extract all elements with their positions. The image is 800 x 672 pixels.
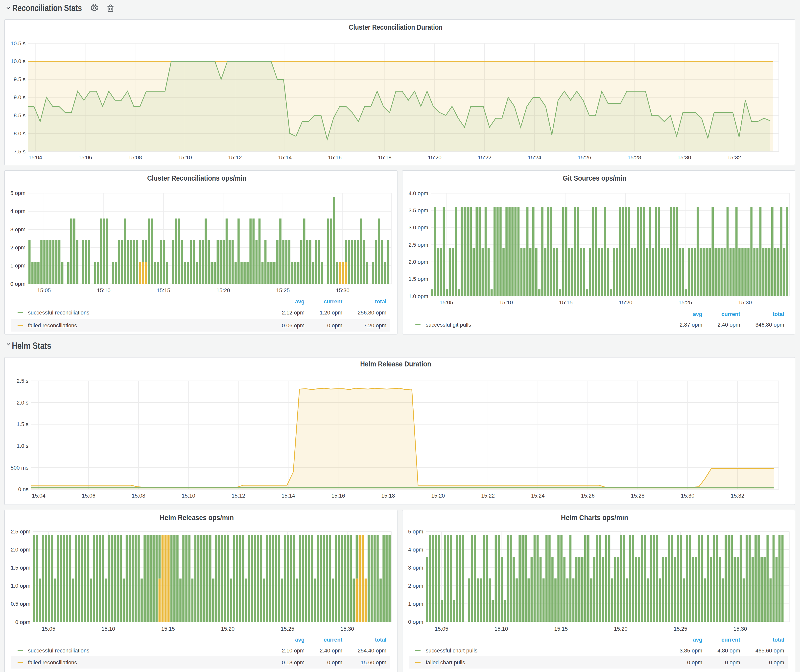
svg-text:15:16: 15:16 — [328, 154, 342, 161]
svg-text:2.40 opm: 2.40 opm — [320, 648, 342, 654]
svg-text:15:30: 15:30 — [733, 626, 747, 632]
svg-text:15:06: 15:06 — [82, 493, 96, 499]
svg-text:15:28: 15:28 — [631, 493, 645, 499]
svg-text:4.0 opm: 4.0 opm — [409, 190, 429, 197]
svg-text:15:20: 15:20 — [614, 626, 627, 632]
svg-text:1 opm: 1 opm — [408, 601, 423, 607]
svg-text:465.60 opm: 465.60 opm — [755, 648, 784, 654]
svg-text:1.0 opm: 1.0 opm — [409, 293, 429, 299]
svg-text:2 opm: 2 opm — [408, 583, 423, 589]
svg-text:2.5 opm: 2.5 opm — [11, 528, 31, 535]
svg-text:Helm Charts ops/min: Helm Charts ops/min — [561, 514, 628, 522]
svg-text:15:20: 15:20 — [431, 493, 445, 499]
svg-text:0 opm: 0 opm — [327, 659, 342, 666]
svg-text:15:30: 15:30 — [341, 626, 354, 632]
svg-text:15:12: 15:12 — [228, 154, 242, 161]
svg-text:total: total — [773, 311, 784, 317]
svg-text:15:05: 15:05 — [435, 626, 448, 632]
svg-text:9.5 s: 9.5 s — [14, 76, 26, 82]
svg-text:5 opm: 5 opm — [10, 190, 26, 196]
svg-text:254.40 opm: 254.40 opm — [358, 648, 386, 654]
svg-text:4 opm: 4 opm — [10, 208, 26, 214]
svg-text:1.0 s: 1.0 s — [17, 443, 29, 449]
svg-text:0 opm: 0 opm — [725, 659, 740, 666]
svg-text:15:14: 15:14 — [282, 493, 295, 499]
svg-text:2.40 opm: 2.40 opm — [717, 322, 740, 328]
svg-text:0 opm: 0 opm — [15, 619, 30, 625]
svg-text:15:26: 15:26 — [578, 154, 591, 161]
svg-text:15:20: 15:20 — [221, 626, 235, 632]
svg-text:current: current — [722, 311, 740, 317]
svg-text:successful reconciliations: successful reconciliations — [28, 648, 89, 654]
svg-text:15:05: 15:05 — [37, 287, 51, 293]
svg-text:0 opm: 0 opm — [327, 322, 342, 329]
svg-text:0.5 opm: 0.5 opm — [11, 601, 31, 607]
svg-text:2.87 opm: 2.87 opm — [680, 322, 702, 328]
svg-text:15:32: 15:32 — [727, 154, 741, 161]
svg-text:7.20 opm: 7.20 opm — [364, 322, 386, 329]
svg-text:2 opm: 2 opm — [10, 245, 26, 251]
svg-text:15:18: 15:18 — [378, 154, 392, 161]
svg-text:2.0 opm: 2.0 opm — [11, 547, 31, 553]
svg-text:8.0 s: 8.0 s — [14, 130, 26, 137]
svg-text:15:24: 15:24 — [531, 493, 545, 499]
svg-text:15:12: 15:12 — [232, 493, 245, 499]
svg-text:1 opm: 1 opm — [10, 262, 26, 269]
svg-text:avg: avg — [693, 311, 702, 317]
svg-text:15:25: 15:25 — [281, 626, 294, 632]
svg-text:Reconciliation Stats: Reconciliation Stats — [12, 3, 82, 13]
svg-text:avg: avg — [295, 298, 304, 305]
svg-text:total: total — [375, 637, 386, 643]
svg-text:15:28: 15:28 — [627, 154, 641, 161]
svg-text:2.12 opm: 2.12 opm — [282, 310, 304, 316]
svg-text:15:10: 15:10 — [178, 154, 192, 161]
svg-text:15:30: 15:30 — [336, 287, 350, 293]
svg-text:15:05: 15:05 — [42, 626, 55, 632]
svg-text:total: total — [375, 298, 386, 305]
svg-text:15:15: 15:15 — [157, 287, 170, 293]
svg-text:0.13 opm: 0.13 opm — [282, 659, 304, 666]
svg-text:0 opm: 0 opm — [10, 281, 26, 287]
svg-text:0 opm: 0 opm — [769, 659, 784, 666]
svg-text:15:18: 15:18 — [381, 493, 395, 499]
svg-text:346.80 opm: 346.80 opm — [755, 322, 784, 328]
svg-text:7.5 s: 7.5 s — [14, 149, 26, 155]
svg-text:4 opm: 4 opm — [408, 547, 423, 553]
svg-text:Git Sources ops/min: Git Sources ops/min — [563, 174, 626, 182]
svg-text:2.5 s: 2.5 s — [17, 378, 29, 384]
svg-text:15:15: 15:15 — [161, 626, 175, 632]
svg-text:Cluster Reconciliations ops/mi: Cluster Reconciliations ops/min — [147, 174, 246, 182]
svg-text:3.85 opm: 3.85 opm — [680, 648, 702, 654]
svg-text:2.0 s: 2.0 s — [17, 400, 29, 406]
svg-text:3 opm: 3 opm — [408, 565, 423, 571]
svg-text:15:25: 15:25 — [674, 626, 687, 632]
svg-text:3 opm: 3 opm — [10, 226, 26, 233]
svg-text:3.0 opm: 3.0 opm — [409, 224, 429, 230]
svg-text:15:24: 15:24 — [528, 154, 541, 161]
svg-text:15:15: 15:15 — [559, 299, 573, 306]
svg-text:15:10: 15:10 — [101, 626, 115, 632]
svg-text:8.5 s: 8.5 s — [14, 112, 26, 118]
svg-text:15:10: 15:10 — [182, 493, 195, 499]
svg-text:Helm Release Duration: Helm Release Duration — [360, 360, 431, 368]
svg-text:15.60 opm: 15.60 opm — [361, 659, 386, 666]
svg-text:15:04: 15:04 — [32, 493, 45, 499]
svg-text:15:10: 15:10 — [499, 299, 513, 306]
svg-text:2.10 opm: 2.10 opm — [282, 648, 304, 654]
svg-text:15:08: 15:08 — [128, 154, 142, 161]
svg-text:avg: avg — [693, 637, 702, 643]
svg-text:successful git pulls: successful git pulls — [426, 322, 471, 328]
svg-text:0.06 opm: 0.06 opm — [282, 322, 304, 329]
svg-text:2.5 opm: 2.5 opm — [409, 242, 429, 248]
svg-text:15:04: 15:04 — [29, 154, 42, 161]
svg-text:15:06: 15:06 — [78, 154, 92, 161]
svg-text:successful reconciliations: successful reconciliations — [28, 310, 89, 316]
svg-text:0 ns: 0 ns — [18, 486, 29, 492]
svg-text:10.5 s: 10.5 s — [11, 40, 26, 46]
svg-text:1.0 opm: 1.0 opm — [11, 583, 31, 589]
svg-text:15:25: 15:25 — [276, 287, 290, 293]
svg-text:15:05: 15:05 — [440, 299, 453, 306]
svg-text:failed chart pulls: failed chart pulls — [426, 659, 465, 666]
svg-text:failed reconciliations: failed reconciliations — [28, 322, 77, 329]
svg-text:total: total — [773, 637, 784, 643]
